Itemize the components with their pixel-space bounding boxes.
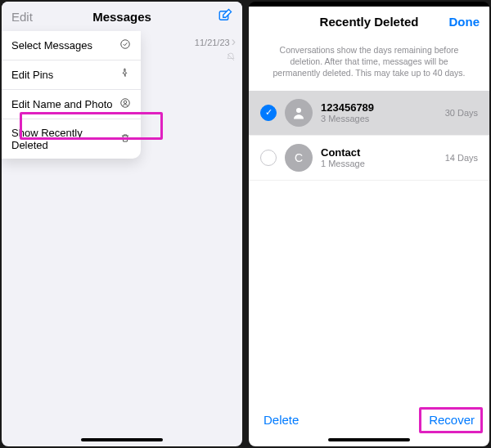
chevron-right-icon: › <box>232 34 236 48</box>
menu-edit-pins[interactable]: Edit Pins <box>2 60 141 90</box>
conversation-name: Contact <box>321 146 437 159</box>
page-title: Recently Deleted <box>320 15 419 29</box>
phone-left-messages: Edit Messages 11/21/23› Select Messages … <box>2 2 242 446</box>
checkmark-circle-icon <box>119 38 131 52</box>
menu-item-label: Edit Name and Photo <box>11 98 113 110</box>
avatar: C <box>285 144 313 172</box>
info-text: Conversations show the days remaining be… <box>249 36 489 91</box>
svg-point-3 <box>124 101 127 104</box>
delete-button[interactable]: Delete <box>264 413 299 427</box>
conversation-row[interactable]: ✓ 123456789 3 Messages 30 Days <box>249 91 489 136</box>
menu-item-label: Show Recently Deleted <box>11 127 119 151</box>
conversation-info: 123456789 3 Messages <box>321 101 437 123</box>
trash-icon <box>119 132 131 146</box>
svg-point-1 <box>121 40 130 49</box>
conversation-sub: 1 Message <box>321 159 437 168</box>
menu-show-recently-deleted[interactable]: Show Recently Deleted <box>2 119 141 159</box>
conversation-row[interactable]: C Contact 1 Message 14 Days <box>249 136 489 181</box>
empty-area <box>249 181 489 405</box>
home-indicator[interactable] <box>81 438 163 441</box>
conversation-name: 123456789 <box>321 101 437 114</box>
person-circle-icon <box>119 97 131 111</box>
recently-deleted-header: Recently Deleted Done <box>249 7 489 36</box>
compose-button[interactable] <box>195 8 232 25</box>
days-remaining: 14 Days <box>445 153 478 163</box>
done-button[interactable]: Done <box>442 15 480 29</box>
overflow-menu: Select Messages Edit Pins Edit Name and … <box>2 31 141 159</box>
mute-icon <box>178 51 236 65</box>
svg-point-4 <box>296 108 301 113</box>
menu-item-label: Edit Pins <box>11 69 53 81</box>
phone-right-recently-deleted: Recently Deleted Done Conversations show… <box>249 2 489 446</box>
select-radio[interactable]: ✓ <box>260 105 277 121</box>
messages-header: Edit Messages <box>2 2 242 31</box>
conversation-sub: 3 Messages <box>321 114 437 123</box>
conversation-info: Contact 1 Message <box>321 146 437 168</box>
conversation-date: 11/21/23 <box>195 38 230 47</box>
select-radio[interactable] <box>260 150 277 166</box>
days-remaining: 30 Days <box>445 108 478 118</box>
menu-item-label: Select Messages <box>11 39 92 52</box>
avatar <box>285 99 313 127</box>
menu-edit-name-photo[interactable]: Edit Name and Photo <box>2 90 141 119</box>
recover-button[interactable]: Recover <box>429 413 475 427</box>
pin-icon <box>119 68 131 82</box>
home-indicator[interactable] <box>328 438 410 441</box>
edit-button[interactable]: Edit <box>11 10 49 24</box>
conversation-date-col: 11/21/23› <box>178 34 236 65</box>
menu-select-messages[interactable]: Select Messages <box>2 31 141 60</box>
page-title: Messages <box>92 10 151 24</box>
